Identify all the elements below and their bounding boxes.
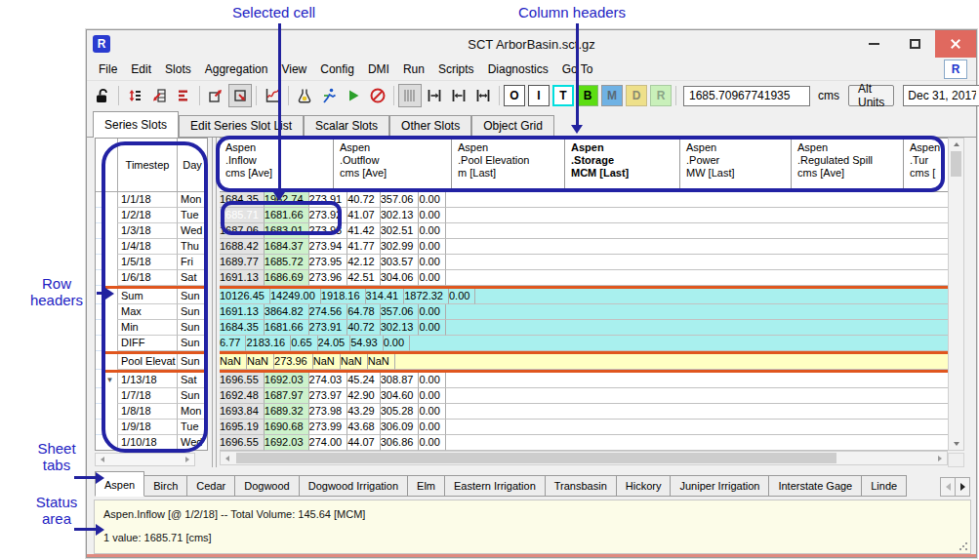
letter-button-d[interactable]: D bbox=[626, 85, 647, 106]
table-cell[interactable]: 306.09 bbox=[381, 420, 420, 435]
row-timestep[interactable]: 1/8/18 bbox=[117, 404, 177, 420]
letter-button-m[interactable]: M bbox=[601, 85, 623, 106]
lock-button[interactable] bbox=[91, 84, 114, 107]
menu-item-diagnostics[interactable]: Diagnostics bbox=[481, 60, 555, 79]
sheet-tab-transbasin[interactable]: Transbasin bbox=[545, 475, 617, 497]
row-day[interactable]: Wed bbox=[177, 223, 207, 239]
table-cell[interactable]: 1692.48 bbox=[220, 388, 265, 404]
table-cell[interactable]: 0.00 bbox=[419, 270, 445, 286]
sheet-tab-birch[interactable]: Birch bbox=[143, 475, 187, 497]
menu-item-run[interactable]: Run bbox=[396, 60, 431, 79]
table-cell[interactable]: 0.00 bbox=[419, 373, 445, 388]
table-cell[interactable]: 41.42 bbox=[347, 223, 381, 239]
table-cell[interactable]: 42.90 bbox=[347, 388, 381, 404]
table-cell[interactable]: 305.28 bbox=[381, 404, 420, 420]
menu-item-dmi[interactable]: DMI bbox=[361, 60, 396, 79]
table-cell[interactable] bbox=[446, 192, 948, 208]
sheet-tab-interstate-gage[interactable]: Interstate Gage bbox=[768, 475, 862, 497]
dock-dialog-button[interactable] bbox=[228, 84, 252, 107]
table-cell[interactable]: 24.05 bbox=[318, 336, 351, 351]
start-run-button[interactable] bbox=[342, 84, 365, 107]
table-cell[interactable] bbox=[410, 336, 948, 351]
table-cell[interactable]: 6.77 bbox=[220, 336, 246, 351]
collapse-timesteps-button[interactable] bbox=[447, 84, 470, 107]
row-timestep[interactable]: DIFF bbox=[117, 336, 177, 351]
table-cell[interactable]: NaN bbox=[220, 354, 247, 370]
row-header[interactable]: 1/2/18Tue bbox=[96, 208, 207, 223]
open-dialog-button[interactable] bbox=[204, 84, 227, 107]
column-header-pool-elevation[interactable]: Aspen.Pool Elevationm [Last] bbox=[452, 139, 565, 191]
row-day[interactable]: Sat bbox=[177, 270, 207, 286]
main-hscrollbar[interactable] bbox=[220, 451, 948, 465]
scroll-up-button[interactable] bbox=[950, 139, 963, 150]
table-cell[interactable]: 1687.06 bbox=[220, 223, 265, 239]
table-cell[interactable]: 1686.69 bbox=[265, 270, 309, 286]
tab-object-grid[interactable]: Object Grid bbox=[471, 115, 554, 137]
row-day[interactable]: Sun bbox=[177, 388, 207, 404]
table-cell[interactable]: 302.51 bbox=[381, 223, 420, 239]
scroll-right-button[interactable] bbox=[181, 454, 194, 465]
table-cell[interactable]: 274.56 bbox=[309, 304, 348, 320]
sheet-tab-dogwood[interactable]: Dogwood bbox=[234, 475, 299, 497]
close-button[interactable] bbox=[935, 30, 976, 58]
row-day[interactable]: Mon bbox=[177, 404, 207, 420]
table-cell[interactable]: 273.99 bbox=[309, 420, 348, 435]
timestep-column-header[interactable]: Timestep bbox=[117, 139, 177, 191]
expand-timesteps-button[interactable] bbox=[423, 84, 446, 107]
column-header-tur[interactable]: Aspen.Turcms [ bbox=[904, 139, 948, 191]
row-timestep[interactable]: 1/5/18 bbox=[117, 255, 177, 270]
menu-item-config[interactable]: Config bbox=[313, 60, 361, 79]
column-header-regulated-spill[interactable]: Aspen.Regulated Spillcms [Ave] bbox=[792, 139, 904, 191]
row-header[interactable]: MaxSun bbox=[96, 304, 207, 320]
menu-item-slots[interactable]: Slots bbox=[158, 60, 198, 79]
table-cell[interactable]: 0.00 bbox=[419, 320, 445, 336]
table-cell[interactable]: 304.60 bbox=[381, 388, 420, 404]
row-timestep[interactable]: Pool Elevat bbox=[117, 354, 177, 370]
letter-button-t[interactable]: T bbox=[552, 85, 574, 106]
table-cell[interactable]: 45.24 bbox=[347, 373, 381, 388]
row-header[interactable]: Pool ElevatSun bbox=[96, 354, 207, 370]
row-header[interactable]: DIFFSun bbox=[96, 336, 207, 351]
table-cell[interactable]: 0.00 bbox=[419, 388, 445, 404]
column-header-outflow[interactable]: Aspen.Outflowcms [Ave] bbox=[334, 139, 452, 191]
table-cell[interactable]: 1684.35 bbox=[220, 192, 265, 208]
table-cell[interactable]: 302.13 bbox=[381, 208, 420, 223]
table-cell[interactable]: 1681.66 bbox=[265, 208, 309, 223]
sheet-tabs-scroll-right[interactable] bbox=[955, 477, 970, 497]
row-timestep[interactable]: Min bbox=[117, 320, 177, 336]
table-cell[interactable]: 0.00 bbox=[419, 223, 445, 239]
tab-scalar-slots[interactable]: Scalar Slots bbox=[304, 115, 389, 137]
goto-slot-button[interactable] bbox=[123, 84, 146, 107]
table-cell[interactable]: 273.96 bbox=[274, 354, 313, 370]
table-cell[interactable]: 1691.13 bbox=[220, 270, 265, 286]
table-cell[interactable]: 40.72 bbox=[347, 192, 381, 208]
table-cell[interactable]: 1688.42 bbox=[220, 239, 265, 255]
table-cell[interactable] bbox=[446, 239, 948, 255]
menu-item-file[interactable]: File bbox=[92, 60, 124, 79]
maximize-button[interactable] bbox=[894, 30, 935, 58]
table-cell[interactable]: 1962.74 bbox=[265, 192, 309, 208]
sheet-tab-linde[interactable]: Linde bbox=[861, 475, 907, 497]
resize-grip-icon[interactable] bbox=[959, 542, 967, 550]
row-timestep[interactable]: Max bbox=[117, 304, 177, 320]
table-cell[interactable]: 302.99 bbox=[381, 239, 420, 255]
row-day[interactable]: Sat bbox=[177, 373, 207, 388]
table-cell[interactable] bbox=[446, 255, 948, 270]
table-cell[interactable]: 302.13 bbox=[381, 320, 420, 336]
sheet-tab-hickory[interactable]: Hickory bbox=[616, 475, 672, 497]
column-header-inflow[interactable]: Aspen.Inflowcms [Ave] bbox=[220, 139, 334, 191]
row-header[interactable]: 1/1/18Mon bbox=[96, 192, 207, 208]
slot-list-button[interactable] bbox=[172, 84, 195, 107]
row-timestep[interactable]: 1/6/18 bbox=[117, 270, 177, 286]
row-timestep[interactable]: Sum bbox=[117, 289, 177, 304]
table-cell[interactable]: 2183.16 bbox=[246, 336, 291, 351]
table-cell[interactable]: 0.00 bbox=[419, 192, 445, 208]
row-timestep[interactable]: 1/3/18 bbox=[117, 223, 177, 239]
table-cell[interactable]: 1692.03 bbox=[265, 435, 309, 451]
table-cell[interactable]: 314.41 bbox=[366, 289, 405, 304]
row-day[interactable]: Sun bbox=[177, 320, 207, 336]
table-cell[interactable]: 10126.45 bbox=[220, 289, 270, 304]
table-cell[interactable]: 1689.32 bbox=[265, 404, 309, 420]
table-cell[interactable]: 0.00 bbox=[419, 208, 445, 223]
scenario-button[interactable] bbox=[293, 84, 316, 107]
